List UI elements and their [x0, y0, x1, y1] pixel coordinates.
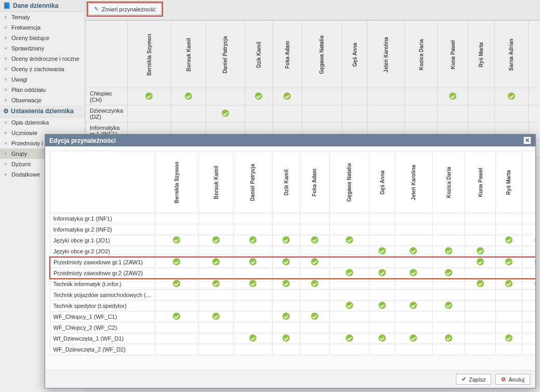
membership-cell[interactable] — [155, 312, 199, 322]
membership-cell[interactable] — [272, 213, 300, 224]
group-row-header[interactable]: Technik informatyk (t.infor.) — [50, 279, 155, 290]
membership-cell[interactable] — [369, 301, 395, 312]
membership-cell[interactable] — [234, 322, 273, 333]
membership-cell[interactable] — [432, 279, 465, 290]
membership-cell[interactable] — [198, 344, 233, 355]
student-col-header[interactable]: Bernikla Szymon — [155, 151, 199, 213]
membership-cell[interactable] — [155, 322, 199, 333]
membership-cell[interactable] — [495, 235, 522, 246]
membership-cell[interactable] — [272, 333, 300, 344]
sidebar-item[interactable]: »Plan oddziału — [0, 85, 85, 95]
membership-cell[interactable] — [329, 246, 369, 257]
membership-cell[interactable] — [329, 312, 369, 322]
group-row-header[interactable]: WF_Chłopcy_2 (WF_C2) — [50, 322, 155, 333]
sidebar-item[interactable]: »Oceny bieżące — [0, 33, 85, 43]
membership-cell[interactable] — [395, 213, 432, 224]
membership-cell[interactable] — [465, 268, 495, 279]
membership-cell[interactable] — [155, 279, 199, 290]
membership-cell[interactable] — [432, 322, 465, 333]
membership-cell[interactable] — [495, 344, 522, 355]
membership-cell[interactable] — [272, 279, 300, 290]
group-row-header[interactable]: Technik spedytor (t.spedytor) — [50, 301, 155, 312]
membership-cell[interactable] — [329, 301, 369, 312]
membership-cell[interactable] — [155, 290, 199, 301]
membership-cell[interactable] — [234, 268, 273, 279]
membership-cell[interactable] — [395, 333, 432, 344]
membership-cell[interactable] — [300, 322, 330, 333]
membership-cell[interactable] — [395, 235, 432, 246]
membership-cell[interactable] — [465, 312, 495, 322]
membership-cell[interactable] — [198, 322, 233, 333]
membership-cell[interactable] — [522, 224, 535, 235]
membership-cell[interactable] — [465, 333, 495, 344]
membership-cell[interactable] — [432, 312, 465, 322]
membership-cell[interactable] — [522, 333, 535, 344]
sidebar-item[interactable]: »Frekwencja — [0, 22, 85, 33]
student-col-header[interactable]: Kuna Paweł — [465, 151, 495, 213]
membership-cell[interactable] — [272, 312, 300, 322]
membership-cell[interactable] — [465, 279, 495, 290]
sidebar-item[interactable]: »Opis dziennika — [0, 117, 85, 128]
membership-cell[interactable] — [495, 224, 522, 235]
membership-cell[interactable] — [495, 213, 522, 224]
membership-cell[interactable] — [198, 268, 233, 279]
membership-cell[interactable] — [432, 246, 465, 257]
group-row-header[interactable]: Wf_Dziewczęta_1 (WF_D1) — [50, 333, 155, 344]
membership-cell[interactable] — [198, 279, 233, 290]
membership-cell[interactable] — [465, 257, 495, 268]
membership-cell[interactable] — [465, 344, 495, 355]
membership-cell[interactable] — [369, 290, 395, 301]
membership-cell[interactable] — [432, 224, 465, 235]
membership-cell[interactable] — [369, 268, 395, 279]
membership-cell[interactable] — [329, 333, 369, 344]
membership-cell[interactable] — [198, 333, 233, 344]
membership-cell[interactable] — [522, 344, 535, 355]
cancel-button[interactable]: ⊘ Anuluj — [495, 374, 530, 385]
membership-cell[interactable] — [495, 246, 522, 257]
group-row-header[interactable]: WF_Dziewczęta_2 (WF_D2) — [50, 344, 155, 355]
membership-cell[interactable] — [369, 213, 395, 224]
group-row-header[interactable]: Języki obce gr.2 (JO2) — [50, 246, 155, 257]
membership-cell[interactable] — [329, 257, 369, 268]
membership-cell[interactable] — [432, 344, 465, 355]
membership-cell[interactable] — [272, 224, 300, 235]
membership-cell[interactable] — [522, 322, 535, 333]
membership-cell[interactable] — [432, 213, 465, 224]
membership-cell[interactable] — [300, 301, 330, 312]
membership-cell[interactable] — [495, 257, 522, 268]
membership-cell[interactable] — [300, 312, 330, 322]
membership-cell[interactable] — [300, 290, 330, 301]
membership-cell[interactable] — [155, 213, 199, 224]
membership-cell[interactable] — [234, 290, 273, 301]
membership-cell[interactable] — [432, 333, 465, 344]
save-button[interactable]: ✔ Zapisz — [456, 374, 491, 385]
membership-cell[interactable] — [522, 301, 535, 312]
group-row-header[interactable]: WF_Chłopcy_1 (WF_C1) — [50, 312, 155, 322]
membership-cell[interactable] — [329, 224, 369, 235]
change-membership-button[interactable]: ✎ Zmień przynależność — [88, 3, 161, 15]
student-col-header[interactable]: Sarna Adrian — [522, 151, 535, 213]
student-col-header[interactable]: Dzik Kamil — [272, 151, 300, 213]
membership-cell[interactable] — [272, 235, 300, 246]
membership-cell[interactable] — [395, 257, 432, 268]
membership-cell[interactable] — [465, 322, 495, 333]
membership-cell[interactable] — [198, 246, 233, 257]
membership-cell[interactable] — [329, 213, 369, 224]
membership-cell[interactable] — [369, 344, 395, 355]
student-col-header[interactable]: Daniel Patrycja — [234, 151, 273, 213]
membership-cell[interactable] — [495, 301, 522, 312]
membership-cell[interactable] — [369, 312, 395, 322]
student-col-header[interactable]: Borsuk Kamil — [198, 151, 233, 213]
membership-cell[interactable] — [155, 333, 199, 344]
sidebar-item[interactable]: »Uwagi — [0, 74, 85, 85]
membership-cell[interactable] — [234, 213, 273, 224]
membership-cell[interactable] — [329, 235, 369, 246]
membership-cell[interactable] — [300, 235, 330, 246]
membership-cell[interactable] — [300, 279, 330, 290]
membership-cell[interactable] — [432, 301, 465, 312]
membership-cell[interactable] — [495, 290, 522, 301]
student-col-header[interactable]: Kozica Daria — [432, 151, 465, 213]
membership-cell[interactable] — [465, 301, 495, 312]
membership-cell[interactable] — [155, 224, 199, 235]
dialog-close-button[interactable]: ✕ — [523, 137, 531, 144]
